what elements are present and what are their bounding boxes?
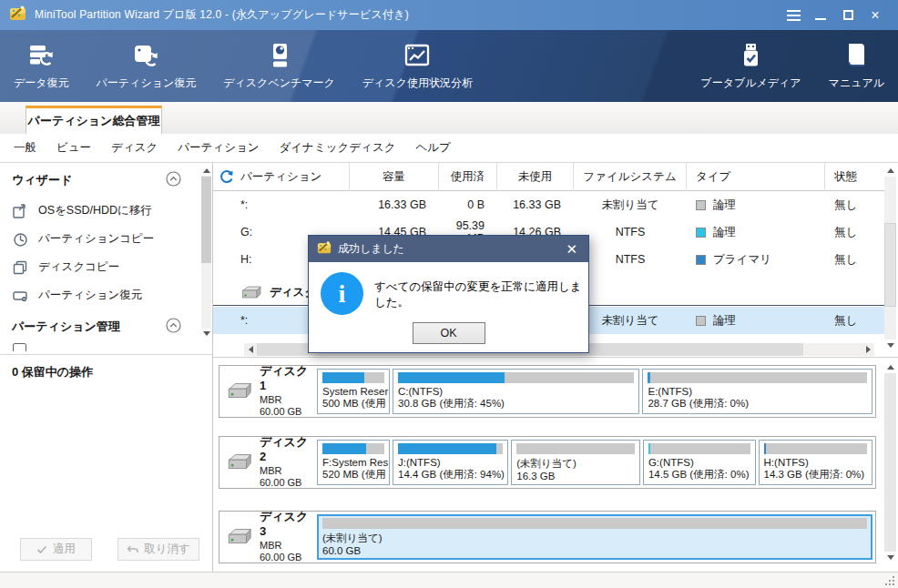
- diskmap-vertical-scrollbar[interactable]: [884, 361, 896, 563]
- disk-benchmark-icon: [266, 42, 293, 69]
- scroll-right-icon[interactable]: [862, 343, 874, 356]
- toolbar: データ復元 パーティション復元 ディスクベンチマーク: [0, 30, 898, 102]
- sidebar-section-wizard[interactable]: ウィザード: [0, 163, 212, 197]
- sidebar-section-partition-management[interactable]: パーティション管理: [0, 309, 212, 343]
- partition-block-e[interactable]: E:(NTFS) 28.7 GB (使用済: 0%): [642, 369, 872, 414]
- sidebar-item-migrate-os[interactable]: OSをSSD/HDDに移行: [0, 197, 212, 225]
- sidebar-item-partition-recovery[interactable]: パーティション復元: [0, 281, 212, 309]
- scrollbar-thumb[interactable]: [884, 373, 896, 552]
- undo-button[interactable]: 取り消す: [117, 538, 199, 561]
- partition-block-j[interactable]: J:(NTFS) 14.4 GB (使用済: 94%): [393, 440, 508, 485]
- col-filesystem[interactable]: ファイルシステム: [574, 163, 687, 191]
- app-logo-icon: [9, 5, 26, 25]
- sidebar-item-copy-partition[interactable]: パーティションコピー: [0, 225, 212, 253]
- disk-benchmark-button[interactable]: ディスクベンチマーク: [209, 30, 349, 102]
- col-status[interactable]: 状態: [825, 163, 884, 191]
- menu-view[interactable]: ビュー: [46, 140, 101, 156]
- dialog-message: すべての保留中の変更を正常に適用しました。: [374, 279, 588, 310]
- scroll-up-icon[interactable]: [201, 166, 211, 176]
- scroll-up-icon[interactable]: [884, 361, 896, 373]
- copy-partition-icon: [13, 232, 28, 247]
- bootable-media-icon: [737, 42, 764, 69]
- disk-2-row: ディスク 2 MBR 60.00 GB F:System Res 520 MB …: [219, 436, 876, 489]
- disk-3-row: ディスク 3 MBR 60.00 GB (未割り当て) 60.0 GB: [219, 511, 876, 563]
- scroll-left-icon[interactable]: [244, 343, 257, 356]
- table-row-unallocated-disk2[interactable]: *: 16.33 GB 0 B 16.33 GB 未割り当て 論理 無し: [213, 191, 884, 218]
- menu-bar: 一般 ビュー ディスク パーティション ダイナミックディスク ヘルプ: [0, 134, 898, 163]
- minimize-icon[interactable]: [807, 5, 834, 26]
- sidebar-scrollbar[interactable]: [201, 166, 211, 339]
- undo-icon: [127, 545, 138, 554]
- scroll-down-icon[interactable]: [884, 340, 896, 351]
- menu-partition[interactable]: パーティション: [168, 140, 269, 156]
- usage-bar: [516, 443, 635, 454]
- col-type[interactable]: タイプ: [687, 163, 825, 191]
- col-partition[interactable]: パーティション: [240, 169, 321, 185]
- menu-general[interactable]: 一般: [4, 140, 46, 156]
- space-analyzer-icon: [403, 42, 432, 69]
- usage-bar: [322, 443, 384, 454]
- type-color-swatch: [696, 228, 706, 238]
- type-color-swatch: [696, 255, 706, 265]
- menu-icon[interactable]: [780, 5, 807, 26]
- dialog-close-icon[interactable]: ✕: [563, 242, 580, 256]
- menu-dynamic-disk[interactable]: ダイナミックディスク: [270, 140, 406, 156]
- maximize-icon[interactable]: [834, 5, 862, 26]
- recover-partition-icon: [13, 289, 28, 303]
- title-bar: MiniTool Partition Wizard プロ版 12.0 - (永久…: [0, 0, 898, 30]
- partition-block-f-system-reserved[interactable]: F:System Res 520 MB (使用: [317, 440, 390, 485]
- manual-icon: [843, 42, 869, 69]
- sidebar: ウィザード OSをSSD/HDDに移行 パーティションコピー ディスクコピー: [0, 163, 213, 572]
- ok-button[interactable]: OK: [413, 322, 485, 344]
- partition-block-h[interactable]: H:(NTFS) 14.3 GB (使用済: 0%): [759, 440, 872, 485]
- partition-block-unallocated-disk3-selected[interactable]: (未割り当て) 60.0 GB: [317, 514, 872, 560]
- type-color-swatch: [696, 200, 706, 210]
- usage-bar: [322, 518, 867, 529]
- usage-bar: [648, 443, 750, 454]
- scrollbar-thumb[interactable]: [884, 223, 896, 307]
- resize-grip[interactable]: [885, 576, 894, 585]
- partition-block-g[interactable]: G:(NTFS) 14.5 GB (使用済: 0%): [643, 440, 756, 485]
- col-unused[interactable]: 未使用: [497, 163, 574, 191]
- table-vertical-scrollbar[interactable]: [884, 165, 896, 351]
- disk-icon: [226, 381, 253, 401]
- disk-2-label[interactable]: ディスク 2 MBR 60.00 GB: [219, 437, 314, 488]
- space-analyzer-button[interactable]: ディスク使用状況分析: [349, 30, 486, 102]
- chevron-up-icon: [166, 318, 181, 333]
- menu-disk[interactable]: ディスク: [101, 140, 168, 156]
- scroll-up-icon[interactable]: [884, 165, 896, 177]
- disk-icon: [226, 527, 253, 547]
- partition-block-c[interactable]: C:(NTFS) 30.8 GB (使用済: 45%): [393, 369, 639, 414]
- dialog-title-bar: 成功しました ✕: [309, 236, 588, 262]
- info-icon: i: [321, 272, 363, 315]
- disk-icon: [240, 286, 262, 299]
- data-recovery-button[interactable]: データ復元: [0, 30, 83, 102]
- usage-bar: [764, 443, 867, 454]
- usage-bar: [398, 443, 503, 454]
- scrollbar-thumb[interactable]: [201, 177, 211, 263]
- tab-partition-management[interactable]: パーティション総合管理: [26, 106, 162, 134]
- partition-block-unallocated-disk2[interactable]: (未割り当て) 16.3 GB: [511, 440, 640, 485]
- menu-help[interactable]: ヘルプ: [405, 140, 460, 156]
- check-icon: [36, 545, 47, 554]
- manual-button[interactable]: マニュアル: [815, 30, 898, 102]
- disk-3-label[interactable]: ディスク 3 MBR 60.00 GB: [219, 512, 314, 563]
- partition-recovery-button[interactable]: パーティション復元: [83, 30, 210, 102]
- tab-strip: パーティション総合管理: [0, 102, 898, 134]
- app-logo-icon: [317, 240, 332, 259]
- partition-recovery-icon: [132, 42, 159, 69]
- partition-block-system-reserved[interactable]: System Reser 500 MB (使用: [317, 369, 390, 414]
- sidebar-item-copy-disk[interactable]: ディスクコピー: [0, 253, 212, 281]
- status-bar: [0, 572, 898, 588]
- close-icon[interactable]: ×: [862, 5, 889, 26]
- apply-button[interactable]: 適用: [20, 538, 92, 561]
- bootable-media-button[interactable]: ブータブルメディア: [687, 30, 814, 102]
- disk-1-label[interactable]: ディスク 1 MBR 60.00 GB: [219, 366, 314, 417]
- col-capacity[interactable]: 容量: [350, 163, 439, 191]
- disk-map: ディスク 1 MBR 60.00 GB System Reser 500 MB …: [213, 357, 898, 572]
- col-used[interactable]: 使用済: [439, 163, 497, 191]
- refresh-icon[interactable]: [219, 169, 234, 187]
- scroll-down-icon[interactable]: [884, 552, 896, 563]
- window-title: MiniTool Partition Wizard プロ版 12.0 - (永久…: [35, 7, 409, 23]
- scroll-down-icon[interactable]: [201, 329, 211, 339]
